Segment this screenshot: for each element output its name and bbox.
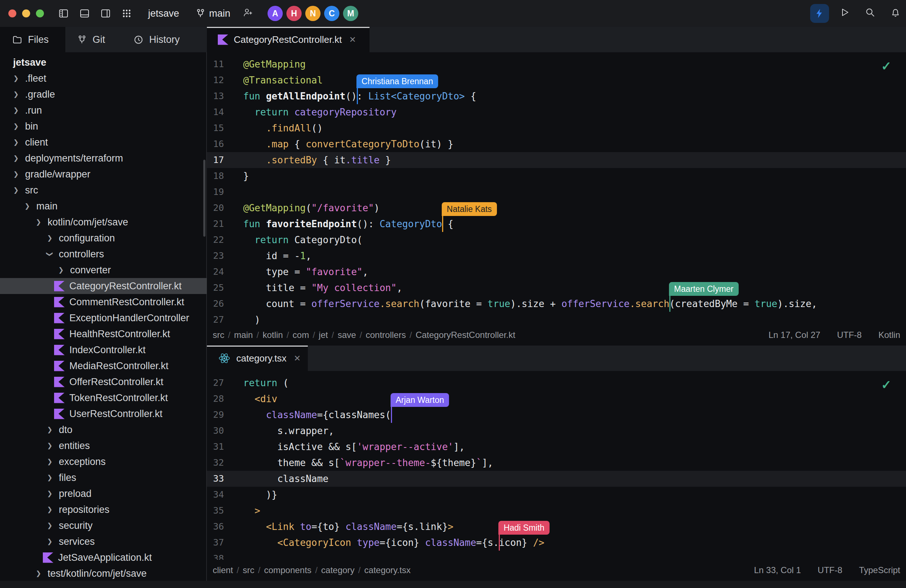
code-line-11[interactable]: 11@GetMapping <box>207 56 906 72</box>
file-language[interactable]: Kotlin <box>879 330 900 340</box>
chevron-right-icon[interactable]: ❯ <box>46 426 54 434</box>
chevron-right-icon[interactable]: ❯ <box>46 506 54 513</box>
tree-item[interactable]: ❯client <box>0 134 207 150</box>
code-line-15[interactable]: 15 .findAll() <box>207 120 906 136</box>
file-encoding[interactable]: UTF-8 <box>818 565 842 575</box>
chevron-right-icon[interactable]: ❯ <box>46 537 54 545</box>
invite-collaborator-icon[interactable] <box>242 7 254 18</box>
tab-categoryrestcontroller-kt[interactable]: CategoryRestController.kt ✕ <box>207 27 370 52</box>
tree-item[interactable]: ❯test/kotlin/com/jet/save <box>0 566 207 582</box>
close-icon[interactable]: ✕ <box>293 354 301 363</box>
tab-category-tsx[interactable]: category.tsx ✕ <box>207 346 308 371</box>
toggle-left-panel-icon[interactable] <box>58 8 69 19</box>
workspaces-grid-icon[interactable] <box>121 8 132 19</box>
breadcrumb-segment[interactable]: client <box>213 565 233 575</box>
code-line-21[interactable]: 21fun favoriteEndpoint(): CategoryDto { <box>207 216 906 232</box>
no-problems-checkmark[interactable]: ✓ <box>881 378 892 392</box>
avatar-m[interactable]: M <box>343 6 358 21</box>
chevron-right-icon[interactable]: ❯ <box>35 569 43 577</box>
tree-root-jetsave[interactable]: jetsave <box>0 54 207 70</box>
code-line-35[interactable]: 35 > <box>207 503 906 519</box>
chevron-right-icon[interactable]: ❯ <box>12 138 20 146</box>
chevron-right-icon[interactable]: ❯ <box>12 186 20 194</box>
tree-item[interactable]: ❯main <box>0 198 207 214</box>
chevron-right-icon[interactable]: ❯ <box>46 442 54 450</box>
chevron-right-icon[interactable]: ❯ <box>46 521 54 529</box>
smart-mode-button[interactable] <box>810 4 829 23</box>
tree-item[interactable]: IndexController.kt <box>0 342 207 358</box>
code-line-20[interactable]: 20@GetMapping("/favorite") <box>207 200 906 216</box>
tree-item[interactable]: ❯bin <box>0 118 207 134</box>
tree-item[interactable]: ❯src <box>0 182 207 198</box>
notifications-bell-icon[interactable] <box>890 7 901 18</box>
tree-item[interactable]: ❯exceptions <box>0 454 207 470</box>
code-line-13[interactable]: 13fun getAllEndpoint(): List<CategoryDto… <box>207 88 906 104</box>
breadcrumb-segment[interactable]: CategoryRestController.kt <box>416 330 515 340</box>
tree-item[interactable]: TokenRestController.kt <box>0 390 207 406</box>
close-window-button[interactable] <box>8 10 16 18</box>
breadcrumb-segment[interactable]: controllers <box>366 330 406 340</box>
code-line-34[interactable]: 34 )} <box>207 487 906 503</box>
chevron-down-icon[interactable]: ❯ <box>46 250 54 258</box>
breadcrumb-segment[interactable]: src <box>243 565 254 575</box>
tree-item[interactable]: ExceptionHandlerController <box>0 310 207 326</box>
chevron-right-icon[interactable]: ❯ <box>12 170 20 178</box>
breadcrumb-segment[interactable]: kotlin <box>262 330 283 340</box>
code-line-30[interactable]: 30 s.wrapper, <box>207 423 906 439</box>
chevron-right-icon[interactable]: ❯ <box>12 106 20 114</box>
tree-item[interactable]: ❯repositories <box>0 502 207 518</box>
tab-git[interactable]: Git <box>77 27 105 52</box>
chevron-right-icon[interactable]: ❯ <box>46 474 54 482</box>
code-line-25[interactable]: 25 title = "My collection", <box>207 280 906 296</box>
code-line-26[interactable]: 26 count = offerService.search(favorite … <box>207 296 906 312</box>
breadcrumb-segment[interactable]: main <box>234 330 253 340</box>
avatar-a[interactable]: A <box>268 6 283 21</box>
breadcrumb-segment[interactable]: category.tsx <box>364 565 411 575</box>
avatar-n[interactable]: N <box>305 6 321 21</box>
tree-item[interactable]: OfferRestController.kt <box>0 374 207 390</box>
chevron-right-icon[interactable]: ❯ <box>12 122 20 130</box>
tab-history[interactable]: History <box>134 27 180 52</box>
breadcrumb-segment[interactable]: src <box>213 330 224 340</box>
run-icon[interactable] <box>839 7 850 18</box>
caret-position[interactable]: Ln 17, Col 27 <box>769 330 820 340</box>
code-line-33[interactable]: 33 className <box>207 471 906 487</box>
tree-item[interactable]: JetSaveApplication.kt <box>0 550 207 566</box>
code-line-27[interactable]: 27return ( <box>207 375 906 391</box>
sidebar-scrollbar-thumb[interactable] <box>203 160 206 237</box>
chevron-right-icon[interactable]: ❯ <box>12 75 20 82</box>
tree-item[interactable]: ❯deployments/terraform <box>0 150 207 166</box>
no-problems-checkmark[interactable]: ✓ <box>881 59 892 73</box>
breadcrumb-segment[interactable]: components <box>264 565 311 575</box>
tree-item[interactable]: ❯configuration <box>0 230 207 246</box>
maximize-window-button[interactable] <box>36 10 44 18</box>
tree-item[interactable]: CategoryRestController.kt <box>0 278 207 294</box>
tree-item[interactable]: ❯.gradle <box>0 86 207 102</box>
tree-item[interactable]: ❯kotlin/com/jet/save <box>0 214 207 230</box>
code-line-14[interactable]: 14 return categoryRepository <box>207 104 906 120</box>
chevron-right-icon[interactable]: ❯ <box>35 218 43 226</box>
code-line-29[interactable]: 29 className={classNames( <box>207 407 906 423</box>
tree-item[interactable]: ❯dto <box>0 422 207 438</box>
chevron-right-icon[interactable]: ❯ <box>57 266 65 274</box>
tree-item[interactable]: ❯files <box>0 470 207 486</box>
tab-files[interactable]: Files <box>0 27 65 52</box>
toggle-bottom-panel-icon[interactable] <box>79 8 90 19</box>
project-name[interactable]: jetsave <box>148 0 179 27</box>
tree-item[interactable]: CommentRestController.kt <box>0 294 207 310</box>
code-line-22[interactable]: 22 return CategoryDto( <box>207 232 906 248</box>
chevron-right-icon[interactable]: ❯ <box>46 490 54 498</box>
tree-item[interactable]: ❯.run <box>0 102 207 118</box>
tree-item[interactable]: ❯gradle/wrapper <box>0 166 207 182</box>
chevron-right-icon[interactable]: ❯ <box>23 202 31 210</box>
tree-item[interactable]: ❯controllers <box>0 246 207 262</box>
tree-item[interactable]: UserRestController.kt <box>0 406 207 422</box>
tree-item[interactable]: ❯security <box>0 518 207 534</box>
tree-item[interactable]: ❯converter <box>0 262 207 278</box>
minimize-window-button[interactable] <box>22 10 30 18</box>
tree-item[interactable]: HealthRestController.kt <box>0 326 207 342</box>
code-line-16[interactable]: 16 .map { convertCategoryToDto(it) } <box>207 136 906 152</box>
file-language[interactable]: TypeScript <box>859 565 900 575</box>
chevron-right-icon[interactable]: ❯ <box>12 154 20 162</box>
code-line-12[interactable]: 12@Transactional <box>207 72 906 88</box>
